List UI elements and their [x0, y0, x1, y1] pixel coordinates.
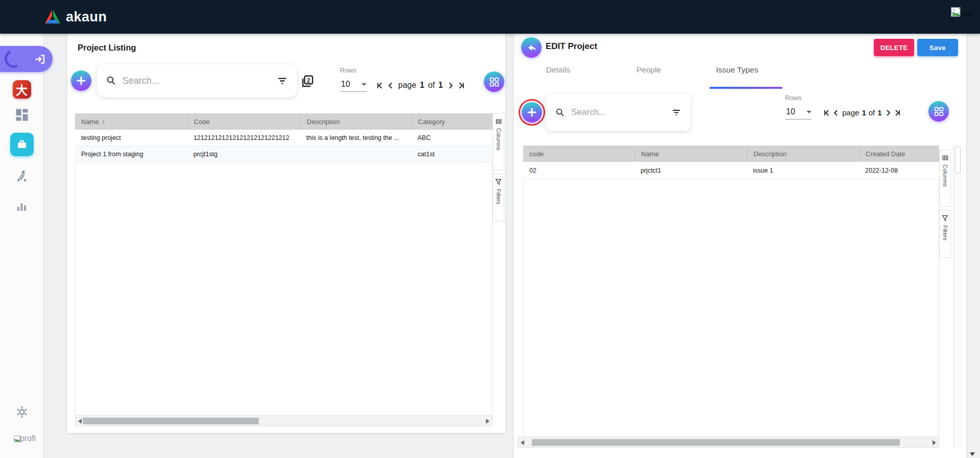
cell-created-date: 2022-12-08: [859, 162, 939, 179]
cell-description: [300, 146, 411, 162]
filter-list-icon[interactable]: [277, 75, 288, 86]
user-avatar-alt: user: [960, 10, 974, 18]
horizontal-scrollbar[interactable]: [518, 437, 939, 448]
column-label: Description: [753, 150, 787, 158]
vertical-scrollbar[interactable]: [953, 146, 962, 448]
page-number: 1: [862, 108, 866, 117]
user-avatar[interactable]: user: [950, 6, 974, 18]
profile-alt: profi: [20, 434, 36, 443]
horizontal-scrollbar[interactable]: [75, 415, 493, 426]
first-page-button[interactable]: [823, 109, 830, 116]
scroll-left-arrow[interactable]: [78, 419, 82, 424]
chevron-left-icon: [387, 82, 395, 89]
scroll-right-arrow[interactable]: [486, 419, 489, 424]
column-header-code[interactable]: code: [523, 146, 634, 162]
tab-details[interactable]: Details: [546, 65, 570, 75]
column-header-description[interactable]: Description: [300, 113, 411, 130]
column-header-code[interactable]: Code: [187, 113, 300, 130]
grid-view-button[interactable]: [928, 101, 949, 122]
search-input[interactable]: [571, 107, 671, 117]
active-tab-indicator: [709, 87, 782, 89]
filters-tab-label: Filters: [496, 189, 502, 204]
tab-issue-types[interactable]: Issue Types: [716, 65, 758, 75]
page-scroll-down-arrow[interactable]: [970, 452, 975, 456]
last-page-button[interactable]: [458, 82, 465, 89]
columns-icon: [496, 118, 502, 125]
grid-view-button[interactable]: [484, 71, 504, 92]
pagination: page 1 of 1: [376, 81, 465, 90]
back-arrow-icon: [526, 42, 537, 53]
cell-category: cat1st: [411, 146, 493, 162]
back-button[interactable]: [521, 37, 542, 58]
sidebar-item-settings[interactable]: [0, 406, 43, 418]
next-page-button[interactable]: [885, 109, 892, 116]
search-icon: [555, 108, 565, 117]
edit-project-panel: EDIT Project DELETE Save Details People …: [514, 34, 966, 458]
issue-search-box: [546, 94, 691, 131]
table-row[interactable]: testing project 121212121212121212121221…: [75, 130, 493, 146]
column-label: Description: [307, 118, 340, 126]
briefcase-icon: [16, 138, 28, 151]
topbar: akaun user: [0, 0, 980, 34]
first-page-button[interactable]: [376, 82, 383, 89]
app-logo-icon: 大: [13, 80, 31, 99]
chevron-down-icon: [361, 83, 366, 86]
save-button[interactable]: Save: [917, 39, 958, 56]
sidebar-item-workflow[interactable]: [0, 170, 43, 182]
column-header-name[interactable]: Name ↑: [75, 113, 187, 130]
prev-page-button[interactable]: [832, 109, 840, 116]
scrollbar-thumb[interactable]: [532, 439, 900, 446]
chevron-right-icon: [447, 82, 454, 89]
sidebar-item-app[interactable]: 大: [0, 80, 43, 99]
sidebar: 大: [0, 34, 43, 458]
scroll-left-arrow[interactable]: [521, 440, 524, 445]
add-issue-type-button[interactable]: [522, 102, 542, 123]
cell-name: prjctct1: [634, 162, 747, 179]
scroll-right-arrow[interactable]: [933, 440, 936, 445]
add-project-button[interactable]: [71, 70, 91, 91]
columns-tab[interactable]: Columns: [939, 150, 951, 207]
columns-tab-label: Columns: [942, 164, 948, 186]
scrollbar-thumb[interactable]: [955, 147, 961, 173]
tab-people[interactable]: People: [636, 65, 661, 75]
page-label: page: [842, 108, 859, 117]
page-title: Project Listing: [78, 43, 136, 53]
prev-page-button[interactable]: [387, 82, 395, 89]
column-header-description[interactable]: Description: [747, 146, 859, 162]
scrollbar-thumb[interactable]: [83, 418, 259, 424]
loading-spinner-icon: [2, 47, 26, 70]
search-input[interactable]: [122, 76, 277, 86]
column-header-category[interactable]: Category: [411, 113, 493, 130]
columns-tab[interactable]: Columns: [493, 113, 504, 171]
brand-logo[interactable]: akaun: [44, 9, 107, 25]
column-header-name[interactable]: Name: [634, 146, 747, 162]
cell-code: 121212121212121212121221212: [187, 130, 300, 146]
of-label: of: [869, 108, 875, 117]
columns-icon: [942, 155, 948, 161]
table-row[interactable]: Project 1 from staging prcjt1stg cat1st: [75, 146, 493, 162]
sidebar-item-projects[interactable]: [0, 133, 43, 156]
last-page-button[interactable]: [894, 109, 901, 116]
duplicate-view-icon[interactable]: 2: [300, 75, 314, 88]
last-page-icon: [458, 82, 465, 89]
login-icon: [34, 53, 46, 65]
rows-per-page-select[interactable]: 10: [785, 107, 812, 119]
sidebar-item-dashboard[interactable]: [0, 108, 43, 122]
next-page-button[interactable]: [447, 82, 454, 89]
sort-ascending-icon[interactable]: ↑: [102, 118, 106, 126]
filter-list-icon[interactable]: [671, 107, 681, 117]
column-header-created-date[interactable]: Created Date: [859, 146, 939, 162]
page-number: 1: [420, 81, 425, 90]
cell-code: 02: [523, 162, 634, 179]
sidebar-login-pill[interactable]: [0, 46, 53, 72]
grid-icon: [489, 77, 499, 87]
table-row[interactable]: 02 prjctct1 issue 1 2022-12-08: [523, 162, 939, 179]
delete-button[interactable]: DELETE: [874, 39, 914, 56]
filters-tab[interactable]: Filters: [939, 210, 951, 258]
filters-tab[interactable]: Filters: [493, 174, 504, 222]
cell-description: this is a length test, testing the ...: [300, 130, 411, 146]
rows-per-page-select[interactable]: 10: [340, 80, 366, 92]
sidebar-item-reports[interactable]: [0, 201, 43, 213]
sidebar-profile[interactable]: profi: [0, 434, 43, 443]
page-total: 1: [438, 81, 443, 90]
